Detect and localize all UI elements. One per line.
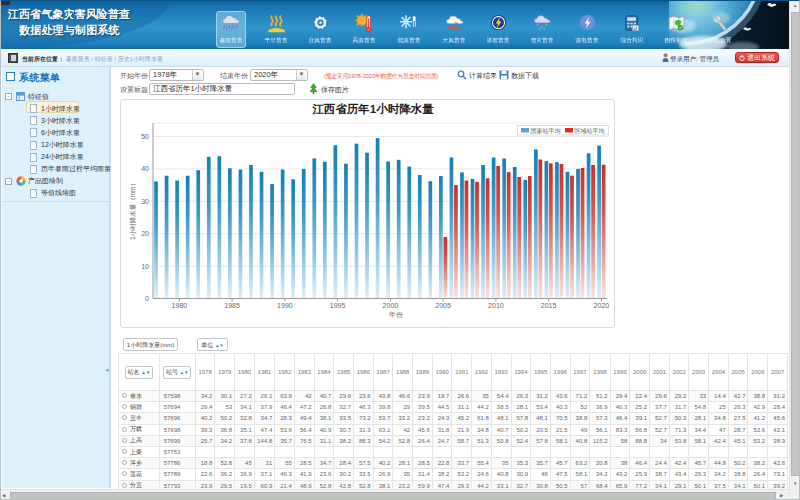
svg-text:50: 50 xyxy=(141,133,149,140)
svg-text:2010: 2010 xyxy=(488,302,504,309)
svg-text:*: * xyxy=(538,27,540,33)
svg-text:40: 40 xyxy=(141,165,149,172)
svg-text:0: 0 xyxy=(145,295,149,302)
svg-text:x²: x² xyxy=(633,26,637,31)
svg-text:*: * xyxy=(545,23,547,29)
svg-text:1小时降水量（mm）: 1小时降水量（mm） xyxy=(129,180,137,240)
svg-text:1990: 1990 xyxy=(277,302,293,309)
svg-text:*: * xyxy=(542,27,544,33)
svg-text:1980: 1980 xyxy=(172,302,188,309)
svg-text:国家站平均: 国家站平均 xyxy=(531,127,561,135)
svg-text:2020: 2020 xyxy=(594,302,610,309)
svg-text:20: 20 xyxy=(141,230,149,237)
svg-text:1985: 1985 xyxy=(224,302,240,309)
svg-text:30: 30 xyxy=(141,198,149,205)
svg-text:2005: 2005 xyxy=(435,302,451,309)
svg-text:年份: 年份 xyxy=(389,311,404,319)
svg-text:区域站平均: 区域站平均 xyxy=(575,127,605,135)
svg-text:江西省历年1小时降水量: 江西省历年1小时降水量 xyxy=(312,102,434,115)
svg-text:1995: 1995 xyxy=(330,302,346,309)
svg-text:2015: 2015 xyxy=(541,302,557,309)
svg-text:10: 10 xyxy=(141,263,149,270)
svg-text:2000: 2000 xyxy=(383,302,399,309)
